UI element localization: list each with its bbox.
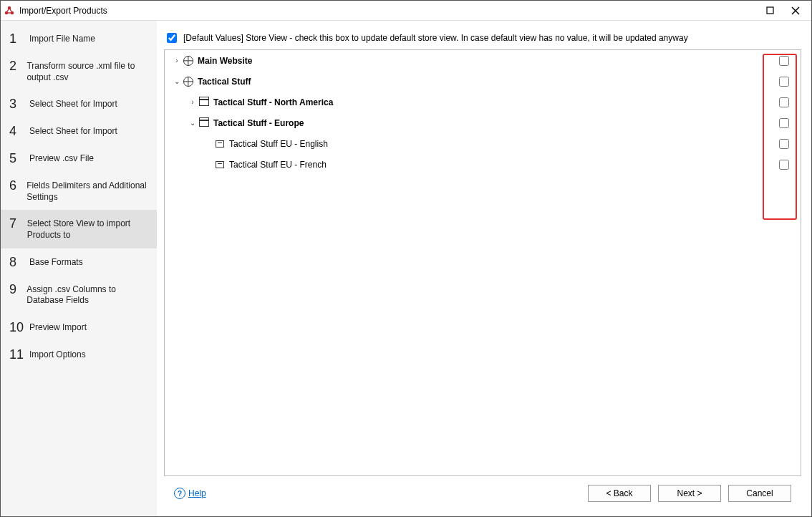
tree-row[interactable]: ⌄Tactical Stuff [165, 71, 801, 92]
step-number: 10 [9, 321, 22, 334]
step-2[interactable]: 2Transform source .xml file to output .c… [1, 52, 157, 90]
step-10[interactable]: 10Preview Import [1, 314, 157, 341]
step-number: 8 [9, 256, 22, 269]
maximize-button[interactable] [757, 1, 783, 20]
help-link[interactable]: ? Help [174, 488, 206, 499]
step-number: 3 [9, 97, 22, 110]
step-label: Assign .csv Columns to Database Fields [26, 283, 148, 306]
chevron-down-icon[interactable]: ⌄ [172, 77, 182, 85]
tree-row[interactable]: Tactical Stuff EU - English [165, 133, 801, 154]
svg-line-4 [9, 8, 12, 13]
tree-node-label: Tactical Stuff [198, 77, 251, 87]
step-label: Select Store View to import Products to [27, 217, 148, 241]
chevron-right-icon[interactable]: › [172, 57, 182, 64]
tree-node-checkbox[interactable] [779, 97, 789, 107]
app-icon [4, 5, 15, 16]
close-button[interactable] [783, 1, 808, 20]
step-label: Fields Delimiters and Additional Setting… [26, 179, 148, 203]
globe-icon [182, 56, 195, 66]
wizard-body: 1Import File Name2Transform source .xml … [1, 21, 811, 516]
footer: ? Help < Back Next > Cancel [164, 476, 801, 511]
titlebar: Import/Export Products [1, 1, 811, 21]
wizard-window: Import/Export Products 1Import File Name… [0, 0, 812, 517]
tree-row[interactable]: ⌄Tactical Stuff - Europe [165, 112, 801, 133]
step-number: 2 [9, 59, 19, 72]
step-1[interactable]: 1Import File Name [1, 25, 157, 52]
svg-rect-6 [767, 7, 773, 14]
tree-row[interactable]: ›Tactical Stuff - North America [165, 92, 801, 112]
tree-node-checkbox[interactable] [779, 118, 789, 128]
next-button[interactable]: Next > [658, 485, 721, 502]
step-8[interactable]: 8Base Formats [1, 248, 157, 276]
step-label: Preview Import [29, 321, 87, 334]
store-tree: ›Main Website⌄Tactical Stuff›Tactical St… [164, 49, 801, 476]
step-5[interactable]: 5Preview .csv File [1, 145, 157, 172]
chevron-right-icon[interactable]: › [188, 98, 198, 106]
store-icon [198, 99, 211, 106]
chevron-down-icon[interactable]: ⌄ [188, 119, 198, 127]
step-number: 5 [9, 152, 22, 165]
step-number: 4 [9, 125, 22, 137]
step-number: 11 [9, 348, 22, 361]
globe-icon [182, 77, 195, 87]
step-6[interactable]: 6Fields Delimiters and Additional Settin… [1, 172, 157, 210]
tree-node-label: Tactical Stuff - North America [213, 97, 333, 107]
default-values-checkbox[interactable] [167, 33, 177, 43]
storeview-icon [213, 140, 226, 148]
steps-sidebar: 1Import File Name2Transform source .xml … [1, 21, 157, 516]
step-9[interactable]: 9Assign .csv Columns to Database Fields [1, 276, 157, 314]
tree-row[interactable]: ›Main Website [165, 50, 801, 71]
window-title: Import/Export Products [19, 6, 757, 16]
storeview-icon [213, 161, 226, 168]
tree-node-checkbox[interactable] [779, 56, 789, 66]
step-number: 1 [9, 32, 22, 45]
main-panel: [Default Values] Store View - check this… [157, 21, 811, 516]
step-11[interactable]: 11Import Options [1, 341, 157, 368]
help-icon: ? [174, 488, 185, 499]
tree-node-label: Tactical Stuff EU - French [229, 160, 327, 170]
tree-node-checkbox[interactable] [779, 77, 789, 87]
step-number: 9 [9, 283, 19, 296]
step-label: Select Sheet for Import [29, 97, 117, 110]
tree-node-label: Tactical Stuff EU - English [229, 139, 328, 149]
tree-node-label: Main Website [198, 56, 252, 66]
step-label: Import Options [29, 348, 86, 361]
step-number: 7 [9, 217, 20, 230]
step-4[interactable]: 4Select Sheet for Import [1, 117, 157, 145]
step-label: Preview .csv File [29, 152, 94, 165]
tree-node-checkbox[interactable] [779, 139, 789, 149]
cancel-button[interactable]: Cancel [728, 485, 791, 502]
step-label: Import File Name [29, 32, 95, 45]
step-label: Select Sheet for Import [29, 125, 117, 137]
step-3[interactable]: 3Select Sheet for Import [1, 90, 157, 117]
step-label: Base Formats [29, 256, 83, 269]
tree-node-checkbox[interactable] [779, 160, 789, 170]
store-icon [198, 120, 211, 127]
svg-line-3 [6, 8, 9, 13]
back-button[interactable]: < Back [588, 485, 651, 502]
step-label: Transform source .xml file to output .cs… [26, 59, 148, 83]
default-values-label: [Default Values] Store View - check this… [183, 33, 688, 43]
tree-node-label: Tactical Stuff - Europe [213, 118, 304, 128]
tree-row[interactable]: Tactical Stuff EU - French [165, 154, 801, 175]
step-7[interactable]: 7Select Store View to import Products to [1, 210, 157, 248]
step-number: 6 [9, 179, 19, 192]
default-values-row: [Default Values] Store View - check this… [164, 31, 801, 45]
